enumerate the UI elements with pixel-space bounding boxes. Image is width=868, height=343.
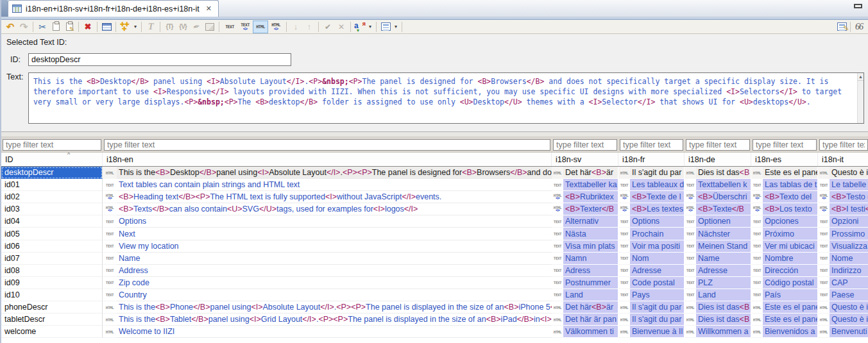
filter-input-i18n-fr[interactable] <box>620 139 683 151</box>
row-id-cell[interactable]: id03 <box>1 203 103 215</box>
text-editor-scrollbar[interactable]: ▲ <box>857 73 864 123</box>
table-row[interactable]: id02HTML<><B>Heading text</B><P>The HTML… <box>1 191 868 203</box>
mode-html-code-button[interactable]: HTML<> <box>268 21 284 33</box>
cell-i18n-en[interactable]: View my location <box>117 240 552 253</box>
cell-i18n-en[interactable]: Options <box>117 215 552 228</box>
redo-button[interactable]: ↷ <box>17 21 30 33</box>
add-dropdown-icon[interactable]: ▾ <box>132 24 139 29</box>
cell-i18n-en[interactable]: Country <box>117 289 552 301</box>
tag-value-button[interactable]: {V} <box>176 21 189 33</box>
cell-i18n-en[interactable]: Zip code <box>117 277 552 289</box>
column-header-id[interactable]: ID^ <box>1 153 103 166</box>
table-row[interactable]: welcomeHTMLWelcome to IIZIHTMLVälkommen … <box>1 326 868 338</box>
cell-i18n-es[interactable]: País <box>763 289 818 301</box>
move-up-button[interactable]: ↑ <box>303 21 316 33</box>
row-id-cell[interactable]: id06 <box>1 240 103 253</box>
cell-i18n-sv[interactable]: Välkommen ti <box>563 326 618 338</box>
open-table-button[interactable] <box>100 21 113 33</box>
cell-i18n-sv[interactable]: Det här <B>är <box>563 167 618 179</box>
table-row[interactable]: desktopDescrHTMLThis is the <B>Desktop</… <box>1 167 868 179</box>
filter-input-id[interactable] <box>3 139 101 151</box>
cell-i18n-it[interactable]: Questo è il <box>830 314 868 326</box>
cell-i18n-fr[interactable]: Nom <box>630 253 685 265</box>
mode-html-button[interactable]: HTML <box>253 21 268 33</box>
cell-i18n-es[interactable]: Bienvenidos a <box>763 326 818 338</box>
cell-i18n-de[interactable]: <B>Überschri <box>696 191 751 203</box>
cell-i18n-sv[interactable]: <B>Texter</B <box>563 203 618 215</box>
table-row[interactable]: id08TEXTAddressTEXTAdressTEXTAdresseTEXT… <box>1 265 868 277</box>
cell-i18n-it[interactable]: Indirizzo <box>830 265 868 277</box>
table-row[interactable]: id03HTML<><B>Texts</B> can also contain … <box>1 203 868 215</box>
cell-i18n-de[interactable]: Meinen Stand <box>696 240 751 253</box>
cell-i18n-fr[interactable]: Bienvenue à Il <box>630 326 685 338</box>
row-id-cell[interactable]: id02 <box>1 191 103 203</box>
table-row[interactable]: id07TEXTNameTEXTNamnTEXTNomTEXTNameTEXTN… <box>1 253 868 265</box>
translate-dropdown-icon[interactable]: ▾ <box>367 24 373 29</box>
move-down-button[interactable]: ↓ <box>289 21 302 33</box>
cell-i18n-en[interactable]: Name <box>117 253 552 265</box>
cell-i18n-fr[interactable]: Pays <box>630 289 685 301</box>
sash-divider[interactable] <box>1 131 868 137</box>
view-form-button[interactable] <box>379 21 392 33</box>
paste-button[interactable] <box>63 21 76 33</box>
tag-text-button[interactable]: {T} <box>163 21 176 33</box>
filter-input-i18n-sv[interactable] <box>553 139 617 151</box>
cell-i18n-sv[interactable]: Texttabeller ka <box>563 179 618 191</box>
minimize-view-icon[interactable] <box>854 4 862 8</box>
cell-i18n-en[interactable]: This is the <B>Tablet</B> panel using <I… <box>117 314 552 326</box>
cell-i18n-sv[interactable]: Alternativ <box>563 215 618 228</box>
cell-i18n-de[interactable]: PLZ <box>696 277 751 289</box>
cell-i18n-es[interactable]: Este es el pane <box>763 314 818 326</box>
cell-i18n-sv[interactable]: Postnummer <box>563 277 618 289</box>
cell-i18n-it[interactable]: <B>Testo d <box>830 191 868 203</box>
cell-i18n-it[interactable]: Questo è il <box>830 301 868 314</box>
cell-i18n-de[interactable]: Dies ist das <B <box>696 167 751 179</box>
cell-i18n-fr[interactable]: Prochain <box>630 228 685 240</box>
cell-i18n-fr[interactable]: <B>Les textes <box>630 203 685 215</box>
cut-button[interactable]: ✂ <box>36 21 49 33</box>
cell-i18n-es[interactable]: Las tablas de t <box>763 179 818 191</box>
filter-input-i18n-es[interactable] <box>753 139 817 151</box>
cell-i18n-it[interactable]: Visualizza la <box>830 240 868 253</box>
filter-input-i18n-de[interactable] <box>686 139 750 151</box>
cell-i18n-sv[interactable]: Nästa <box>563 228 618 240</box>
scroll-up-icon[interactable]: ▲ <box>858 73 864 81</box>
cell-i18n-de[interactable]: Land <box>696 289 751 301</box>
cell-i18n-sv[interactable]: Det här <B>är <box>563 301 618 314</box>
table-row[interactable]: id01TEXTText tables can contain plain st… <box>1 179 868 191</box>
table-row[interactable]: id09TEXTZip codeTEXTPostnummerTEXTCode p… <box>1 277 868 289</box>
row-id-cell[interactable]: id10 <box>1 289 103 301</box>
cell-i18n-sv[interactable]: Visa min plats <box>563 240 618 253</box>
copy-button[interactable] <box>49 21 62 33</box>
cell-i18n-en[interactable]: Text tables can contain plain strings an… <box>117 179 552 191</box>
column-header-i18n-fr[interactable]: i18n-fr <box>618 153 685 166</box>
cell-i18n-de[interactable]: Texttabellen k <box>696 179 751 191</box>
row-id-cell[interactable]: id01 <box>1 179 103 191</box>
cell-i18n-fr[interactable]: Options <box>630 215 685 228</box>
cell-i18n-en[interactable]: This is the <B>Phone</B> panel using <I>… <box>117 301 552 314</box>
cell-i18n-fr[interactable]: Il s'agit du par <box>630 167 685 179</box>
table-row[interactable]: id04TEXTOptionsTEXTAlternativTEXTOptions… <box>1 215 868 228</box>
tab-close-icon[interactable]: ✕ <box>206 4 212 13</box>
cell-i18n-es[interactable]: Este es el pane <box>763 167 818 179</box>
cell-i18n-de[interactable]: Name <box>696 253 751 265</box>
cell-i18n-fr[interactable]: Adresse <box>630 265 685 277</box>
quill-button[interactable]: ✒ <box>190 21 203 33</box>
view-form-dropdown-icon[interactable]: ▾ <box>393 24 399 29</box>
cell-i18n-fr[interactable]: Code postal <box>630 277 685 289</box>
editor-tab[interactable]: i18n-en+i18n-sv+i18n-fr+i18n-de+i18n-es+… <box>8 0 219 17</box>
apply-button[interactable]: ✔ <box>321 21 334 33</box>
edit-form-button[interactable] <box>835 21 848 33</box>
row-id-cell[interactable]: id05 <box>1 228 103 240</box>
mode-text-button[interactable]: TEXT <box>222 21 237 33</box>
cell-i18n-en[interactable]: <B>Heading text</B><P>The HTML text is f… <box>117 191 552 203</box>
cell-i18n-sv[interactable]: Det här är pan <box>563 314 618 326</box>
table-row[interactable]: tabletDescrHTMLThis is the <B>Tablet</B>… <box>1 314 868 326</box>
cell-i18n-it[interactable]: Paese <box>830 289 868 301</box>
preview-button[interactable]: 66 <box>853 21 865 33</box>
cell-i18n-de[interactable]: Dies ist das <B <box>696 314 751 326</box>
cell-i18n-it[interactable]: Opzioni <box>830 215 868 228</box>
cell-i18n-en[interactable]: Address <box>117 265 552 277</box>
mode-text-code-button[interactable]: TEXT<> <box>237 21 253 33</box>
row-id-cell[interactable]: phoneDescr <box>1 301 103 314</box>
